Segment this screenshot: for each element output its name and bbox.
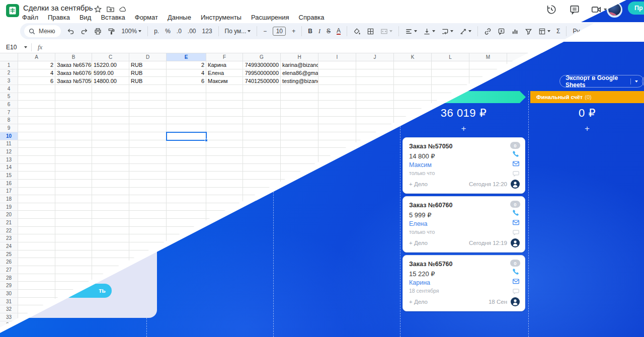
cell-F2[interactable]: Елена xyxy=(206,69,243,77)
cell-K3[interactable] xyxy=(394,77,432,85)
cell-D6[interactable] xyxy=(129,101,167,109)
cell-A17[interactable] xyxy=(18,188,55,196)
cell-G5[interactable] xyxy=(243,93,281,101)
cell-A10[interactable] xyxy=(18,132,55,140)
paint-format-button[interactable] xyxy=(108,28,115,35)
cell-L1[interactable] xyxy=(432,61,469,69)
cell-C25[interactable] xyxy=(92,250,129,259)
cell-H13[interactable] xyxy=(281,156,318,164)
cell-E2[interactable]: 4 xyxy=(167,69,206,77)
cell-I4[interactable] xyxy=(318,85,356,93)
cell-D2[interactable]: RUB xyxy=(129,69,167,77)
undo-button[interactable] xyxy=(67,28,74,35)
cell-D23[interactable] xyxy=(129,234,167,242)
cell-A29[interactable] xyxy=(18,282,55,290)
fill-handle[interactable] xyxy=(205,139,208,142)
cell-F5[interactable] xyxy=(206,93,243,101)
row-header-29[interactable]: 29 xyxy=(0,282,18,290)
select-all-corner[interactable] xyxy=(0,53,18,61)
cell-B5[interactable] xyxy=(55,93,92,101)
row-header-12[interactable]: 12 xyxy=(0,148,18,156)
menu-6[interactable]: Данные xyxy=(168,14,191,21)
cell-G10[interactable] xyxy=(243,132,281,140)
horizontal-align-button[interactable] xyxy=(405,28,417,35)
cell-B11[interactable] xyxy=(55,140,92,148)
cell-E20[interactable] xyxy=(167,211,206,219)
cell-C15[interactable] xyxy=(92,172,129,180)
vertical-align-button[interactable] xyxy=(423,28,435,35)
cell-A11[interactable] xyxy=(18,140,55,148)
chat-icon[interactable] xyxy=(512,288,520,295)
row-header-22[interactable]: 22 xyxy=(0,227,18,235)
format-currency-button[interactable]: р. xyxy=(154,28,159,35)
cell-C12[interactable] xyxy=(92,148,129,156)
cell-J2[interactable] xyxy=(356,69,394,77)
cell-H2[interactable]: elena86@gmail.com xyxy=(281,69,318,77)
cell-C26[interactable] xyxy=(92,258,129,266)
phone-icon[interactable] xyxy=(512,268,520,275)
deal-card-2[interactable]: Заказ №6076005 999 ₽Еленатолько что+ Дел… xyxy=(403,196,525,252)
cell-B1[interactable]: Заказ №65760 xyxy=(55,61,92,69)
cell-A31[interactable] xyxy=(18,298,55,306)
cell-A22[interactable] xyxy=(18,227,55,235)
cell-A2[interactable]: 4 xyxy=(18,69,55,77)
cell-E7[interactable] xyxy=(167,109,206,117)
cell-H6[interactable] xyxy=(281,101,318,109)
cell-G1[interactable]: 74993000000 xyxy=(243,61,281,69)
cell-E15[interactable] xyxy=(167,172,206,180)
cell-G2[interactable]: 79950000000 xyxy=(243,69,281,77)
row-header-25[interactable]: 25 xyxy=(0,250,18,259)
mail-icon[interactable] xyxy=(512,278,520,285)
row-header-8[interactable]: 8 xyxy=(0,117,18,125)
cell-C14[interactable] xyxy=(92,164,129,172)
phone-icon[interactable] xyxy=(512,150,520,157)
redo-button[interactable] xyxy=(80,28,88,35)
cell-D11[interactable] xyxy=(129,140,167,148)
row-header-9[interactable]: 9 xyxy=(0,124,18,132)
column-header-M[interactable]: M xyxy=(469,53,507,61)
cell-A4[interactable] xyxy=(18,85,55,93)
cell-B21[interactable] xyxy=(55,219,92,227)
cell-D16[interactable] xyxy=(129,180,167,188)
cell-K2[interactable] xyxy=(394,69,432,77)
cell-D5[interactable] xyxy=(129,93,167,101)
cell-H4[interactable] xyxy=(281,85,318,93)
cell-B15[interactable] xyxy=(55,172,92,180)
cell-C8[interactable] xyxy=(92,117,129,125)
cell-I2[interactable] xyxy=(318,69,356,77)
cell-H10[interactable] xyxy=(281,132,318,140)
cell-I9[interactable] xyxy=(318,124,356,132)
client-link[interactable]: Карина xyxy=(409,279,430,286)
cell-I6[interactable] xyxy=(318,101,356,109)
cell-G3[interactable]: 74012500000 xyxy=(243,77,281,85)
cell-A15[interactable] xyxy=(18,172,55,180)
cell-E16[interactable] xyxy=(167,180,206,188)
row-header-19[interactable]: 19 xyxy=(0,203,18,211)
menu-9[interactable]: Справка xyxy=(299,14,325,21)
row-header-30[interactable]: 30 xyxy=(0,290,18,298)
font-size-increase-button[interactable]: + xyxy=(292,28,295,35)
cell-B24[interactable] xyxy=(55,242,92,250)
cell-H11[interactable] xyxy=(281,140,318,148)
menu-7[interactable]: Инструменты xyxy=(201,14,242,21)
cell-B17[interactable] xyxy=(55,188,92,196)
mail-icon[interactable] xyxy=(512,219,520,226)
cell-A3[interactable]: 6 xyxy=(18,77,55,85)
name-box[interactable]: E10 xyxy=(0,44,31,51)
row-header-23[interactable]: 23 xyxy=(0,234,18,242)
export-to-google-sheets-button[interactable]: Экспорт в Google Sheets xyxy=(559,75,644,88)
cell-G12[interactable] xyxy=(243,148,281,156)
cell-A27[interactable] xyxy=(18,266,55,274)
row-header-17[interactable]: 17 xyxy=(0,188,18,196)
cell-C2[interactable]: 5999.00 xyxy=(92,69,129,77)
row-header-33[interactable]: 33 xyxy=(0,313,18,321)
cell-F9[interactable] xyxy=(206,124,243,132)
sheets-logo-icon[interactable] xyxy=(6,4,19,17)
cell-K1[interactable] xyxy=(394,61,432,69)
cell-E6[interactable] xyxy=(167,101,206,109)
row-header-2[interactable]: 2 xyxy=(0,69,18,77)
cell-G8[interactable] xyxy=(243,117,281,125)
cell-I5[interactable] xyxy=(318,93,356,101)
cell-C5[interactable] xyxy=(92,93,129,101)
cell-F14[interactable] xyxy=(206,164,243,172)
